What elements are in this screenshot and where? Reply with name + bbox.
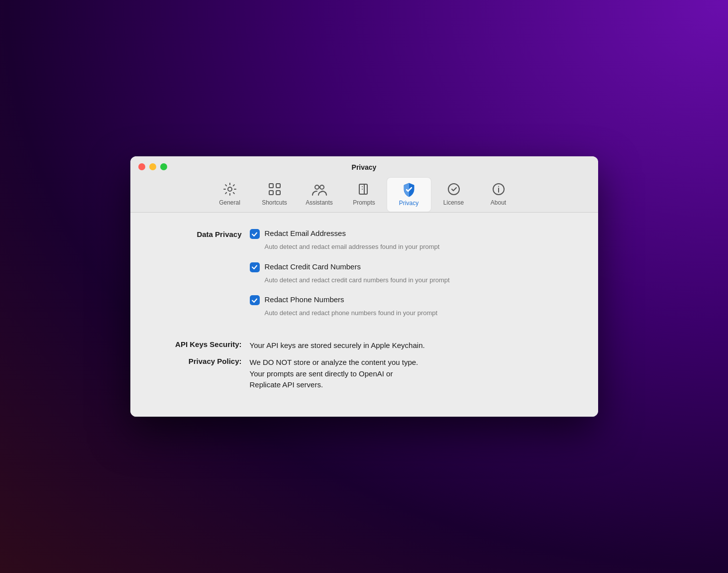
data-privacy-label: Data Privacy (150, 229, 250, 238)
tab-assistants-label: Assistants (306, 199, 333, 206)
checkbox-row-email: Redact Email Addresses (250, 229, 578, 239)
checkbox-email-desc: Auto detect and redact email addresses f… (265, 242, 514, 252)
svg-rect-3 (269, 191, 273, 195)
checkbox-row-credit: Redact Credit Card Numbers (250, 262, 578, 272)
minimize-button[interactable] (149, 163, 156, 170)
privacy-policy-label: Privacy Policy: (150, 357, 250, 365)
window-controls (138, 163, 167, 170)
content-area: Data Privacy Redact Email Addresses Auto… (130, 213, 598, 417)
api-keys-label: API Keys Security: (150, 340, 250, 348)
tab-general[interactable]: General (208, 177, 252, 212)
svg-point-5 (315, 185, 319, 189)
svg-point-0 (228, 187, 232, 191)
book-icon (356, 181, 372, 197)
shield-icon (401, 182, 417, 198)
svg-rect-1 (269, 184, 273, 188)
data-privacy-section: Data Privacy Redact Email Addresses Auto… (150, 229, 578, 328)
tab-privacy-label: Privacy (399, 200, 418, 207)
window-title: Privacy (352, 163, 377, 171)
gear-icon (222, 181, 238, 197)
tab-about[interactable]: About (476, 177, 521, 212)
maximize-button[interactable] (160, 163, 167, 170)
checkbox-email-label: Redact Email Addresses (265, 229, 346, 238)
api-keys-value: Your API keys are stored securely in App… (250, 340, 425, 351)
tab-general-label: General (219, 199, 240, 206)
checkbox-phone[interactable] (250, 295, 260, 305)
checkbox-credit-desc: Auto detect and redact credit card numbe… (265, 275, 514, 285)
titlebar: Privacy General (130, 156, 598, 212)
checkbox-credit-label: Redact Credit Card Numbers (265, 262, 361, 272)
api-keys-row: API Keys Security: Your API keys are sto… (150, 340, 578, 351)
close-button[interactable] (138, 163, 145, 170)
data-privacy-content: Redact Email Addresses Auto detect and r… (250, 229, 578, 328)
checkbox-email[interactable] (250, 229, 260, 239)
tab-privacy[interactable]: Privacy (387, 177, 431, 212)
tab-prompts-label: Prompts (353, 199, 375, 206)
privacy-policy-row: Privacy Policy: We DO NOT store or analy… (150, 357, 578, 391)
svg-point-6 (320, 185, 324, 189)
badge-icon (446, 181, 462, 197)
tab-license-label: License (443, 199, 464, 206)
tab-assistants[interactable]: Assistants (297, 177, 342, 212)
tab-prompts[interactable]: Prompts (342, 177, 387, 212)
tab-about-label: About (491, 199, 506, 206)
privacy-policy-value: We DO NOT store or analyze the content y… (250, 357, 418, 391)
tab-shortcuts[interactable]: Shortcuts (252, 177, 297, 212)
assistants-icon (312, 181, 327, 197)
toolbar: General Shortcuts (208, 177, 521, 212)
svg-rect-2 (276, 184, 280, 188)
svg-point-7 (448, 184, 459, 195)
tab-shortcuts-label: Shortcuts (262, 199, 287, 206)
svg-point-10 (498, 186, 499, 187)
checkbox-phone-desc: Auto detect and redact phone numbers fou… (265, 308, 514, 318)
checkbox-row-phone: Redact Phone Numbers (250, 295, 578, 305)
checkbox-credit[interactable] (250, 262, 260, 272)
checkbox-phone-label: Redact Phone Numbers (265, 295, 344, 305)
app-window: Privacy General (130, 156, 598, 417)
info-icon (491, 181, 507, 197)
svg-rect-4 (276, 191, 280, 195)
shortcuts-icon (267, 181, 283, 197)
tab-license[interactable]: License (431, 177, 476, 212)
